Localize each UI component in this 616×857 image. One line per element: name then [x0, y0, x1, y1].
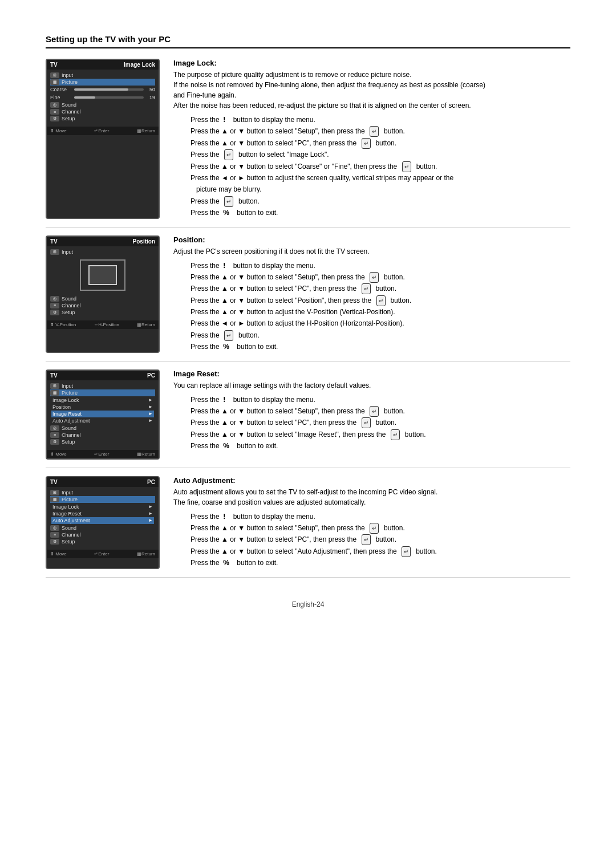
coarse-fill [74, 88, 128, 91]
ir-setup-icon: ⚙ [50, 439, 59, 445]
pos-channel-icon: ≡ [50, 303, 59, 308]
section-image-lock: TV Image Lock ⊞ Input ▦ Picture Coarse [46, 59, 570, 228]
ir-move-label: ⬆ Move [50, 452, 67, 457]
pos-channel-label: Channel [62, 303, 155, 308]
tv-row-sound: ◎ Sound [50, 101, 155, 108]
picture-label: Picture [62, 79, 155, 85]
tv-row-picture: ▦ Picture [50, 79, 155, 86]
sound-label: Sound [62, 102, 155, 108]
tv-screen-auto-adj: TV PC ⊞ Input ▦ Picture Image Lock► [46, 476, 160, 569]
aa-menu-imagereset: Image Reset► [51, 510, 154, 517]
aa-input-icon: ⊞ [50, 490, 59, 495]
aa-picture-icon: ▦ [50, 497, 59, 502]
instr-il-3: Press the ▲ or ▼ button to select "PC", … [173, 137, 570, 149]
section-auto-adjustment: TV PC ⊞ Input ▦ Picture Image Lock► [46, 476, 570, 578]
tv-screen-position: TV Position ⊞ Input ◎ Sound ≡ [46, 235, 160, 353]
pos-vpos-label: ⬆ V-Position [50, 322, 76, 327]
instr-pos-1: Press the ! button to display the menu. [173, 260, 570, 271]
ir-picture-icon: ▦ [50, 390, 59, 396]
image-lock-title: Image Lock: [173, 59, 570, 67]
pos-sound-icon: ◎ [50, 296, 59, 302]
instr-il-8: Press the % button to exit. [173, 207, 570, 218]
instr-aa-2: Press the ▲ or ▼ button to select "Setup… [173, 522, 570, 534]
pos-input-icon: ⊞ [50, 249, 59, 255]
ir-return-label: ▦Return [137, 452, 155, 457]
ir-menu-imagereset: Image Reset► [51, 411, 154, 417]
section-image-reset: TV PC ⊞ Input ▦ Picture Image Lock► [46, 369, 570, 468]
aa-tv-footer: ⬆ Move ↵Enter ▦Return [47, 550, 159, 558]
tv-label: TV [50, 62, 58, 68]
pos-row-setup: ⚙ Setup [50, 309, 155, 316]
enter-label: ↵Enter [94, 128, 109, 133]
aa-row-setup: ⚙ Setup [50, 538, 155, 545]
instr-pos-3: Press the ▲ or ▼ button to select "PC", … [173, 283, 570, 294]
ir-sound-label: Sound [62, 425, 155, 431]
pos-sound-label: Sound [62, 296, 155, 302]
tv-screen-image-lock: TV Image Lock ⊞ Input ▦ Picture Coarse [46, 59, 160, 219]
coarse-bar [74, 88, 144, 91]
pos-row-input: ⊞ Input [50, 249, 155, 255]
pos-tv-footer: ⬆ V-Position ↔H-Position ▦Return [47, 320, 159, 329]
tv-row-setup: ⚙ Setup [50, 115, 155, 122]
pos-row-channel: ≡ Channel [50, 302, 155, 309]
aa-return-label: ▦Return [137, 551, 155, 557]
ir-row-input: ⊞ Input [50, 383, 155, 389]
aa-move-label: ⬆ Move [50, 551, 67, 557]
aa-tv-body: ⊞ Input ▦ Picture Image Lock► Image Rese… [47, 487, 159, 547]
setup-label: Setup [62, 116, 155, 121]
aa-channel-label: Channel [62, 532, 155, 538]
instr-ir-3: Press the ▲ or ▼ button to select "PC", … [173, 417, 570, 428]
aa-sound-icon: ◎ [50, 525, 59, 531]
pos-setup-icon: ⚙ [50, 310, 59, 315]
image-reset-desc: You can replace all image settings with … [173, 380, 570, 391]
ir-row-sound: ◎ Sound [50, 425, 155, 432]
move-label: ⬆ Move [50, 128, 67, 133]
pos-input-label: Input [62, 249, 155, 255]
image-reset-content: Image Reset: You can replace all image s… [173, 369, 570, 460]
page-container: Setting up the TV with your PC TV Image … [0, 0, 616, 643]
input-label: Input [62, 72, 155, 78]
aa-sound-label: Sound [62, 525, 155, 531]
instr-il-2: Press the ▲ or ▼ button to select "Setup… [173, 125, 570, 137]
ir-row-channel: ≡ Channel [50, 432, 155, 438]
ir-tv-label: TV [50, 372, 58, 379]
position-content: Position: Adjust the PC's screen positio… [173, 235, 570, 353]
tv-screen-image-reset: TV PC ⊞ Input ▦ Picture Image Lock► [46, 369, 160, 460]
pos-inner-rect [88, 265, 117, 285]
pos-row-sound: ◎ Sound [50, 295, 155, 302]
instr-pos-5: Press the ▲ or ▼ button to adjust the V-… [173, 306, 570, 318]
sound-icon: ◎ [50, 102, 59, 108]
aa-row-picture: ▦ Picture [50, 496, 155, 503]
instr-il-5: Press the ▲ or ▼ button to select "Coars… [173, 161, 570, 172]
instr-aa-1: Press the ! button to display the menu. [173, 511, 570, 522]
instr-il-6: Press the ◄ or ► button to adjust the sc… [173, 172, 570, 196]
ir-sound-icon: ◎ [50, 425, 59, 431]
section-position: TV Position ⊞ Input ◎ Sound ≡ [46, 235, 570, 362]
aa-setup-label: Setup [62, 539, 155, 545]
aa-input-label: Input [62, 490, 155, 495]
instr-il-4: Press the ↵ button to select "Image Lock… [173, 149, 570, 160]
image-lock-content: Image Lock: The purpose of picture quali… [173, 59, 570, 219]
ir-menu-position: Position► [51, 404, 154, 411]
pos-tv-body: ⊞ Input ◎ Sound ≡ Channel ⚙ [47, 246, 159, 318]
tv-header: TV Image Lock [47, 60, 159, 70]
instr-ir-1: Press the ! button to display the menu. [173, 394, 570, 405]
ir-tv-footer: ⬆ Move ↵Enter ▦Return [47, 450, 159, 458]
tv-mode-label: Image Lock [124, 62, 155, 68]
tv-body: ⊞ Input ▦ Picture Coarse 50 Fine [47, 70, 159, 124]
pos-tv-header: TV Position [47, 237, 159, 246]
pos-mode-label: Position [133, 238, 155, 245]
aa-row-channel: ≡ Channel [50, 531, 155, 538]
fine-label: Fine [50, 95, 72, 100]
aa-menu-autoadj: Auto Adjustment► [51, 517, 154, 524]
instr-il-7: Press the ↵ button. [173, 196, 570, 207]
ir-menu-imagelock: Image Lock► [51, 397, 154, 404]
ir-input-label: Input [62, 383, 155, 389]
instr-aa-3: Press the ▲ or ▼ button to select "PC", … [173, 534, 570, 545]
instr-pos-2: Press the ▲ or ▼ button to select "Setup… [173, 271, 570, 283]
aa-tv-label: TV [50, 479, 58, 485]
pos-display [50, 255, 155, 295]
instr-aa-4: Press the ▲ or ▼ button to select "Auto … [173, 546, 570, 557]
ir-input-icon: ⊞ [50, 383, 59, 389]
aa-row-input: ⊞ Input [50, 489, 155, 496]
